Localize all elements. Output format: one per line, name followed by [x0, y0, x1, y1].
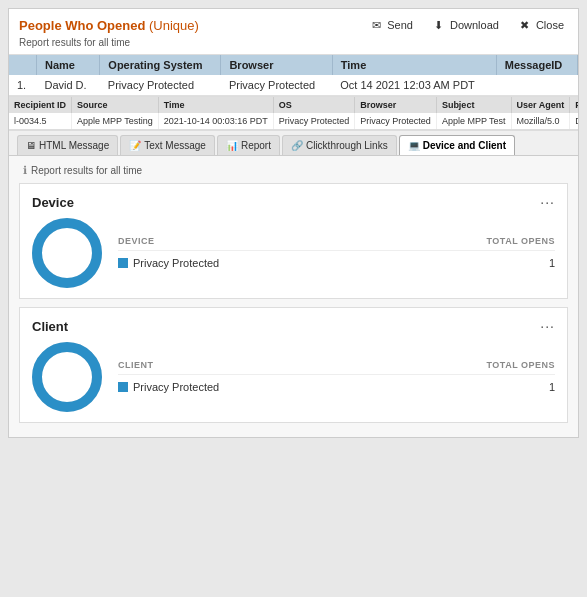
main-panel: People Who Opened (Unique) ✉ Send ⬇ Down…: [8, 8, 579, 438]
tab-device-client-label: Device and Client: [423, 140, 506, 151]
client-data-table: CLIENT TOTAL OPENS Privacy Protected 1: [118, 358, 555, 397]
client-section: Client ··· CLIENT TOTAL OPENS: [19, 307, 568, 423]
row-time: Oct 14 2021 12:03 AM PDT: [332, 75, 496, 96]
detail-col-os: OS: [273, 97, 355, 113]
row-browser: Privacy Protected: [221, 75, 332, 96]
detail-time: 2021-10-14 00:03:16 PDT: [158, 113, 273, 129]
report-subtitle: Report results for all time: [19, 35, 568, 52]
detail-col-recipient: Recipient ID: [9, 97, 72, 113]
download-label: Download: [450, 19, 499, 31]
client-title-row: Client ···: [32, 318, 555, 334]
info-icon: ℹ: [23, 164, 27, 177]
tab-clickthrough-label: Clickthrough Links: [306, 140, 388, 151]
tab-report-subtitle: ℹ Report results for all time: [19, 162, 568, 183]
download-button[interactable]: ⬇ Download: [427, 15, 503, 35]
client-data-header: CLIENT TOTAL OPENS: [118, 358, 555, 375]
top-table-header-row: Name Operating System Browser Time Messa…: [9, 55, 578, 75]
detail-col-subject: Subject: [436, 97, 511, 113]
detail-table-row: l-0034.5 Apple MPP Testing 2021-10-14 00…: [9, 113, 578, 129]
tab-html-message-label: HTML Message: [39, 140, 109, 151]
svg-point-3: [37, 347, 97, 407]
detail-col-firstname: First Name: [570, 97, 578, 113]
tab-report[interactable]: 📊 Report: [217, 135, 280, 155]
detail-browser: Privacy Protected: [355, 113, 437, 129]
device-client-icon: 💻: [408, 140, 420, 151]
send-button[interactable]: ✉ Send: [364, 15, 417, 35]
client-col-label: CLIENT: [118, 360, 154, 370]
device-item-count: 1: [549, 257, 555, 269]
col-browser: Browser: [221, 55, 332, 75]
svg-point-1: [37, 223, 97, 283]
device-item-label: Privacy Protected: [118, 257, 219, 269]
client-donut: [32, 342, 102, 412]
detail-header-row: Recipient ID Source Time OS Browser Subj…: [9, 97, 578, 113]
col-num: [9, 55, 36, 75]
detail-table-wrap: Recipient ID Source Time OS Browser Subj…: [9, 96, 578, 130]
device-col-count: TOTAL OPENS: [486, 236, 555, 246]
col-time: Time: [332, 55, 496, 75]
report-icon: 📊: [226, 140, 238, 151]
client-options-button[interactable]: ···: [540, 318, 555, 334]
client-donut-svg: [32, 342, 102, 412]
device-data-header: DEVICE TOTAL OPENS: [118, 234, 555, 251]
panel-title: People Who Opened (Unique): [19, 18, 199, 33]
tab-text-message-label: Text Message: [144, 140, 206, 151]
tab-subtitle-text: Report results for all time: [31, 165, 142, 176]
client-title: Client: [32, 319, 68, 334]
tabs-row: 🖥 HTML Message 📝 Text Message 📊 Report 🔗…: [9, 130, 578, 156]
tab-text-message[interactable]: 📝 Text Message: [120, 135, 215, 155]
detail-subject: Apple MPP Test: [436, 113, 511, 129]
close-label: Close: [536, 19, 564, 31]
client-color-indicator: [118, 382, 128, 392]
detail-table: Recipient ID Source Time OS Browser Subj…: [9, 97, 578, 129]
row-num: 1.: [9, 75, 36, 96]
detail-recipient-id: l-0034.5: [9, 113, 72, 129]
detail-col-useragent: User Agent: [511, 97, 570, 113]
device-donut: [32, 218, 102, 288]
text-message-icon: 📝: [129, 140, 141, 151]
device-title-row: Device ···: [32, 194, 555, 210]
device-donut-svg: [32, 218, 102, 288]
detail-col-time: Time: [158, 97, 273, 113]
tab-clickthrough-links[interactable]: 🔗 Clickthrough Links: [282, 135, 397, 155]
detail-col-source: Source: [72, 97, 159, 113]
outer-container: People Who Opened (Unique) ✉ Send ⬇ Down…: [0, 0, 587, 597]
top-table: Name Operating System Browser Time Messa…: [9, 55, 578, 96]
clickthrough-icon: 🔗: [291, 140, 303, 151]
client-data-row: Privacy Protected 1: [118, 375, 555, 397]
send-label: Send: [387, 19, 413, 31]
client-chart-inner: CLIENT TOTAL OPENS Privacy Protected 1: [32, 342, 555, 412]
row-name: David D.: [36, 75, 99, 96]
client-item-count: 1: [549, 381, 555, 393]
html-message-icon: 🖥: [26, 140, 36, 151]
device-title: Device: [32, 195, 74, 210]
device-options-button[interactable]: ···: [540, 194, 555, 210]
device-section: Device ··· DEVICE TOTAL OPENS: [19, 183, 568, 299]
client-item-text: Privacy Protected: [133, 381, 219, 393]
col-os: Operating System: [100, 55, 221, 75]
client-item-label: Privacy Protected: [118, 381, 219, 393]
device-data-row: Privacy Protected 1: [118, 251, 555, 273]
device-col-label: DEVICE: [118, 236, 155, 246]
client-col-count: TOTAL OPENS: [486, 360, 555, 370]
detail-os: Privacy Protected: [273, 113, 355, 129]
device-color-indicator: [118, 258, 128, 268]
send-icon: ✉: [368, 17, 384, 33]
tab-device-and-client[interactable]: 💻 Device and Client: [399, 135, 515, 155]
device-chart-inner: DEVICE TOTAL OPENS Privacy Protected 1: [32, 218, 555, 288]
header-actions: ✉ Send ⬇ Download ✖ Close: [364, 15, 568, 35]
download-icon: ⬇: [431, 17, 447, 33]
close-icon: ✖: [517, 17, 533, 33]
panel-title-paren: (Unique): [149, 18, 199, 33]
detail-source: Apple MPP Testing: [72, 113, 159, 129]
tab-html-message[interactable]: 🖥 HTML Message: [17, 135, 118, 155]
detail-firstname: David: [570, 113, 578, 129]
tab-report-label: Report: [241, 140, 271, 151]
panel-title-row: People Who Opened (Unique) ✉ Send ⬇ Down…: [19, 15, 568, 35]
row-messageid: [496, 75, 577, 96]
detail-useragent: Mozilla/5.0: [511, 113, 570, 129]
close-button[interactable]: ✖ Close: [513, 15, 568, 35]
panel-title-text: People Who Opened: [19, 18, 145, 33]
table-row[interactable]: 1. David D. Privacy Protected Privacy Pr…: [9, 75, 578, 96]
col-name: Name: [36, 55, 99, 75]
